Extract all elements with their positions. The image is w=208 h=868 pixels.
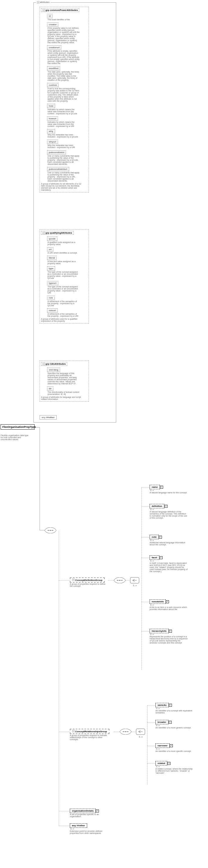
expand-icon[interactable]: + <box>166 600 169 603</box>
expand-icon[interactable]: + <box>160 486 163 489</box>
elem-occ: 0..∞ <box>150 560 188 562</box>
wildcard-elem-box: any ##other <box>70 823 87 828</box>
expand-icon[interactable]: + <box>169 704 172 707</box>
elem-desc: Represents the position of a concept in … <box>150 636 188 644</box>
attr-label: dir <box>47 386 54 391</box>
attr-label: pubconstrainturi <box>47 167 69 171</box>
attr-label: id <box>47 14 53 18</box>
elem-broader: broader+0..∞An identifier of a more gene… <box>155 720 191 729</box>
attr-desc: Specifies the language of this property … <box>47 372 80 384</box>
group-common-power: grp commonPowerAttributes idThe local id… <box>40 7 89 192</box>
elem-box: related <box>155 761 167 766</box>
elem-desc: In NAR 1.8 and later, facet is deprecate… <box>150 562 188 572</box>
attr-roleuri: roleuriA refinement of the semantics of … <box>47 308 88 317</box>
expand-icon[interactable]: + <box>159 536 162 538</box>
attr-label: whyuri <box>47 140 58 144</box>
crel-occ: 0..∞ <box>136 736 145 738</box>
elem-box: definition <box>150 504 164 508</box>
concept-relationships-title: ConceptRelationshipsGroup <box>70 729 109 734</box>
expand-icon[interactable]: + <box>160 556 163 559</box>
group-i18n-title: grp i18nAttributes <box>41 362 67 366</box>
minus-icon <box>42 9 45 11</box>
attr-pubconstraint: pubconstraintOne or many constraints tha… <box>47 150 88 165</box>
expand-icon[interactable]: + <box>169 721 172 724</box>
group-title-text: grp i18nAttributes <box>45 363 66 365</box>
attr-desc: The type of the concept assigned as a co… <box>47 271 80 279</box>
attr-typeuri: typeuriThe type of the concept assigned … <box>47 281 88 294</box>
expand-icon[interactable]: + <box>168 762 170 765</box>
group-qualifying: grp qualifyingAttributes qcodeA qualifie… <box>40 229 89 323</box>
group-i18n: grp i18nAttributes xml:langSpecifies the… <box>40 361 89 402</box>
attr-desc: A refinement of the semantics of the pro… <box>47 313 80 317</box>
minus-icon <box>37 1 39 3</box>
elem-occ: 0..∞ <box>150 633 188 635</box>
elem-desc: A related concept, where the relationshi… <box>155 768 194 774</box>
root-type-box: FlexOrganisationPropType <box>1 424 35 430</box>
expand-icon[interactable]: + <box>170 744 173 747</box>
attr-label: qcode <box>47 237 58 241</box>
elem-occ: 0..∞ <box>156 766 194 768</box>
attr-dir: dirThe directionality of textual content… <box>47 386 88 395</box>
attributes-container-label: attributes <box>36 1 50 3</box>
wildcard-attr-box: any ##other <box>40 415 57 420</box>
elem-occ: 0..∞ <box>150 539 188 541</box>
group-qualifying-title: grp qualifyingAttributes <box>41 231 74 235</box>
attr-label: roleuri <box>47 308 58 313</box>
minus-icon <box>42 363 45 365</box>
concept-relationships-group: ConceptRelationshipsGroup A group of pro… <box>70 729 109 741</box>
cdef-seq-icon <box>114 578 126 584</box>
attr-desc: Indicates by which means the value was e… <box>47 108 80 115</box>
attr-desc: A qualified code assigned as a property … <box>47 241 80 245</box>
attr-howuri: howuriIndicates by which means the value… <box>47 116 88 127</box>
concept-definition-group: ConceptDefinitionGroup A group of proper… <box>70 578 108 587</box>
attr-desc: The type of the concept assigned as a co… <box>47 286 80 294</box>
elem-occ: 0..∞ <box>150 489 187 491</box>
expand-icon[interactable]: + <box>169 630 172 632</box>
wildcard-elem-node: any ##other 0..∞ Extension point for pro… <box>70 823 108 834</box>
root-type-name: FlexOrganisationPropType <box>2 426 33 428</box>
diagram-canvas: FlexOrganisationPropType Flexible organi… <box>0 0 208 868</box>
attr-type: typeThe type of the concept assigned as … <box>47 266 88 279</box>
attr-label: why <box>47 129 55 133</box>
attr-label: how <box>47 104 55 108</box>
elem-box: narrower <box>155 743 170 748</box>
attr-qcode: qcodeA qualified code assigned as a prop… <box>47 237 88 245</box>
elem-occ: 0..∞ <box>156 748 191 750</box>
expand-icon[interactable]: + <box>96 809 99 812</box>
attr-role: roleA refinement of the semantics of the… <box>47 296 88 307</box>
root-type-desc: Flexible organisation data type for both… <box>1 434 31 440</box>
elem-desc: Additional natural language information … <box>150 541 188 546</box>
crel-seq-icon <box>120 729 131 735</box>
attr-modified: modifiedThe date (and, optionally, the t… <box>47 66 88 81</box>
wildcard-occ: 0..∞ <box>70 828 108 830</box>
attr-desc: Why the metadata has been included - exp… <box>47 134 80 138</box>
elem-box: sameAs <box>155 703 169 707</box>
attr-label: typeuri <box>47 281 58 285</box>
attr-label: creatoruri <box>47 45 61 50</box>
attr-id: idThe local identifier of the <box>47 14 88 21</box>
attr-desc: If the attribute is empty, specifies whi… <box>47 50 80 64</box>
elem-box: facet <box>150 555 159 560</box>
attr-label: role <box>47 296 55 300</box>
attr-desc: The local identifier of the <box>47 19 80 21</box>
elem-name: name+0..∞A natural language name for the… <box>150 485 187 494</box>
elem-desc: An identifier of a more generic concept. <box>155 727 191 729</box>
wildcard-elem-desc: Extension point for provider-defined pro… <box>70 830 108 834</box>
elem-occ: 0..∞ <box>156 707 194 709</box>
sequence-icon <box>114 578 126 583</box>
elem-occ: 0..∞ <box>156 724 191 726</box>
elem-hierarchyInfo: hierarchyInfo+0..∞Represents the positio… <box>150 629 188 644</box>
elem-desc: An identifier of a concept with equivale… <box>155 710 194 714</box>
attr-label: uri <box>47 247 54 251</box>
attr-creatoruri: creatoruriIf the attribute is empty, spe… <box>47 45 88 64</box>
organisation-details-node: organisationDetails+ A set of properties… <box>70 809 108 817</box>
choice-icon <box>136 728 145 735</box>
attr-desc: One or many constraints that apply to pu… <box>47 172 80 182</box>
minus-icon <box>72 730 74 732</box>
elem-desc: A natural language definition of the sem… <box>150 511 188 519</box>
concept-definition-group-title: ConceptDefinitionGroup <box>70 578 105 583</box>
attr-creator: creatorIf the property value is not defi… <box>47 22 88 43</box>
attr-label: pubconstraint <box>47 150 66 155</box>
expand-icon[interactable]: + <box>165 505 168 508</box>
attr-uri: uriA URI which identifies a concept. <box>47 247 88 254</box>
